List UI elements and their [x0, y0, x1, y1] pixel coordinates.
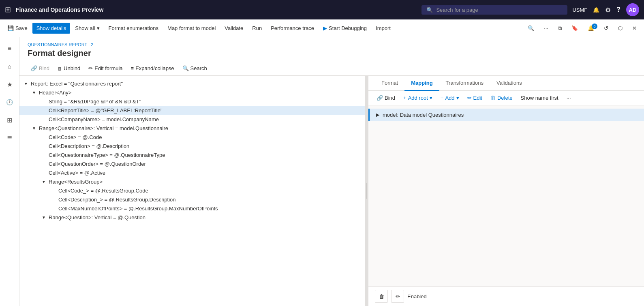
add-root-button[interactable]: + Add root ▾ — [400, 93, 436, 103]
tree-item[interactable]: ▼ Report: Excel = "Questionnaires report… — [19, 79, 365, 88]
tree-item[interactable]: ▼ Header<Any> — [19, 88, 365, 97]
sidebar-item-favorites[interactable]: ★ — [2, 76, 18, 92]
sidebar-item-modules[interactable]: ≣ — [2, 130, 18, 146]
bind-button[interactable]: 🔗 Bind — [28, 64, 53, 73]
tree-item-label: Cell<Description_> = @.ResultsGroup.Desc… — [57, 197, 178, 203]
performance-trace-button[interactable]: Performance trace — [267, 23, 318, 34]
tree-item[interactable]: Cell<Description_> = @.ResultsGroup.Desc… — [19, 195, 365, 204]
save-icon: 💾 — [7, 25, 14, 31]
left-toolbar: 🔗 Bind 🗑 Unbind ✏ Edit formula ≡ Expand/… — [19, 61, 644, 76]
cmd-search-button[interactable]: 🔍 — [524, 23, 538, 34]
cmd-more-button[interactable]: ··· — [540, 23, 552, 34]
unbind-button[interactable]: 🗑 Unbind — [54, 64, 83, 73]
content-area: QUESTIONNAIRES REPORT : 2 Format designe… — [19, 37, 644, 306]
bookmark-icon: 🔖 — [571, 25, 578, 31]
tree-item[interactable]: Cell<QuestionnaireType> = @.Questionnair… — [19, 150, 365, 159]
model-item[interactable]: ▶ model: Data model Questionnaires — [368, 109, 644, 121]
tree-item[interactable]: Cell<MaxNumberOfPoints> = @.ResultsGroup… — [19, 204, 365, 213]
sidebar: ≡ ⌂ ★ 🕐 ⊞ ≣ — [0, 37, 19, 306]
tree-toggle-icon — [41, 116, 47, 122]
show-name-first-button[interactable]: Show name first — [518, 93, 562, 103]
top-search-bar[interactable]: 🔍 Search for a page — [421, 5, 567, 15]
splitter-handle — [366, 183, 367, 199]
tree-item[interactable]: String = "&R&10Page &P of &N &D &T" — [19, 97, 365, 106]
main-layout: ≡ ⌂ ★ 🕐 ⊞ ≣ QUESTIONNAIRES REPORT : 2 Fo… — [0, 37, 644, 306]
show-details-button[interactable]: Show details — [32, 23, 71, 34]
run-button[interactable]: Run — [248, 23, 266, 34]
cmd-popout-button[interactable]: ⬡ — [614, 23, 627, 34]
tree-toggle-icon — [41, 134, 47, 140]
validate-button[interactable]: Validate — [220, 23, 247, 34]
sidebar-item-menu[interactable]: ≡ — [2, 41, 18, 57]
cmd-refresh-button[interactable]: ↺ — [600, 23, 612, 34]
tree-item-label: Header<Any> — [37, 90, 73, 96]
tab-validations[interactable]: Validations — [490, 76, 528, 91]
edit-button[interactable]: ✏ Edit — [464, 93, 486, 103]
tree-item[interactable]: Cell<Active> = @.Active — [19, 168, 365, 177]
cmd-notification-button[interactable]: 🔔 0 — [584, 23, 598, 34]
tree-item[interactable]: Cell<CompanyName> = model.CompanyName — [19, 115, 365, 124]
sidebar-item-workspaces[interactable]: ⊞ — [2, 112, 18, 128]
tree-item[interactable]: Cell<Code> = @.Code — [19, 133, 365, 141]
tab-mapping[interactable]: Mapping — [404, 76, 439, 91]
help-icon[interactable]: ? — [616, 6, 620, 13]
search-button[interactable]: 🔍 Search — [179, 64, 210, 73]
tree-item[interactable]: Cell<QuestionOrder> = @.QuestionOrder — [19, 159, 365, 168]
cmd-close-button[interactable]: ✕ — [628, 23, 641, 34]
model-item-toggle-icon: ▶ — [376, 112, 379, 118]
bottom-delete-button[interactable]: 🗑 — [375, 290, 388, 303]
import-button[interactable]: Import — [372, 23, 395, 34]
delete-button[interactable]: 🗑 Delete — [487, 93, 516, 103]
tree-item[interactable]: Cell<ReportTitle> = @"GER_LABEL:ReportTi… — [19, 106, 365, 115]
user-code: USMF — [572, 7, 587, 13]
tree-item[interactable]: Cell<Description> = @.Description — [19, 141, 365, 150]
cmd-bookmark-button[interactable]: 🔖 — [567, 23, 582, 34]
tree-toggle-icon — [41, 160, 47, 167]
status-text: Enabled — [407, 293, 427, 300]
show-all-button[interactable]: Show all ▾ — [71, 23, 103, 34]
sidebar-item-recent[interactable]: 🕐 — [2, 94, 18, 110]
bell-icon[interactable]: 🔔 — [593, 7, 599, 13]
top-nav-right: USMF 🔔 ⚙ ? AD — [572, 3, 639, 16]
add-button[interactable]: + Add ▾ — [437, 93, 462, 103]
bottom-edit-button[interactable]: ✏ — [391, 290, 404, 303]
right-bind-button[interactable]: 🔗 Bind — [373, 93, 398, 103]
tree-item[interactable]: Cell<Code_> = @.ResultsGroup.Code — [19, 186, 365, 195]
top-search-placeholder: Search for a page — [436, 7, 478, 13]
save-button[interactable]: 💾 Save — [3, 23, 32, 34]
right-more-button[interactable]: ··· — [563, 93, 574, 103]
add-icon: + — [441, 95, 444, 101]
right-tabs: Format Mapping Transformations Validatio… — [368, 76, 644, 91]
tree-item[interactable]: ▼ Range<Questionnaire>: Vertical = model… — [19, 124, 365, 133]
grid-menu-icon[interactable]: ⊞ — [5, 5, 11, 14]
tree-toggle-icon — [41, 98, 47, 105]
tree-toggle-icon — [50, 196, 57, 203]
tab-format[interactable]: Format — [375, 76, 404, 91]
panel-splitter[interactable] — [365, 76, 368, 306]
start-debugging-button[interactable]: ▶ Start Debugging — [319, 23, 371, 34]
tree-item-label: Cell<Active> = @.Active — [47, 170, 107, 176]
tree-item[interactable]: ▼ Range<ResultsGroup> — [19, 177, 365, 186]
add-chevron-icon: ▾ — [456, 95, 459, 101]
tree-item-label: Cell<CompanyName> = model.CompanyName — [47, 116, 160, 122]
edit-formula-button[interactable]: ✏ Edit formula — [85, 64, 126, 73]
cmd-puzzle-button[interactable]: ⧉ — [554, 23, 566, 34]
expand-collapse-button[interactable]: ≡ Expand/collapse — [128, 64, 178, 73]
sidebar-item-home[interactable]: ⌂ — [2, 58, 18, 75]
tree-item-label: Cell<ReportTitle> = @"GER_LABEL:ReportTi… — [47, 107, 164, 113]
tree-item[interactable]: ▼ Range<Question>: Vertical = @.Question — [19, 213, 365, 222]
tree-toggle-icon: ▼ — [23, 80, 29, 87]
map-format-button[interactable]: Map format to model — [163, 23, 220, 34]
unbind-icon: 🗑 — [58, 66, 62, 71]
settings-icon[interactable]: ⚙ — [605, 6, 611, 14]
avatar[interactable]: AD — [626, 3, 639, 16]
tree-item-label: Range<Questionnaire>: Vertical = model.Q… — [37, 125, 170, 131]
tab-transformations[interactable]: Transformations — [439, 76, 490, 91]
format-enum-button[interactable]: Format enumerations — [105, 23, 163, 34]
notif-badge: 0 — [592, 24, 597, 29]
tree-item-label: Cell<QuestionOrder> = @.QuestionOrder — [47, 161, 148, 167]
tree-item-label: Cell<Description> = @.Description — [47, 143, 131, 149]
delete-icon: 🗑 — [490, 95, 496, 101]
tree-toggle-icon — [50, 205, 57, 212]
edit-formula-icon: ✏ — [88, 65, 93, 71]
